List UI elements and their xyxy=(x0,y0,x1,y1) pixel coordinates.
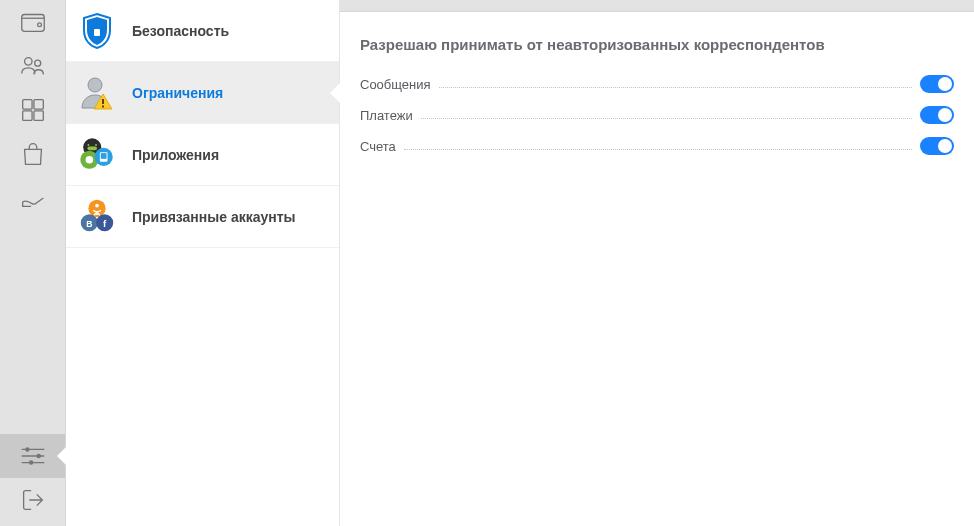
svg-point-8 xyxy=(25,447,30,452)
sidebar-item-label: Ограничения xyxy=(132,85,223,101)
sidebar-item-linked-accounts[interactable]: B f Привязанные аккаунты xyxy=(66,186,339,248)
svg-point-12 xyxy=(88,78,102,92)
shield-icon xyxy=(76,10,118,52)
svg-rect-14 xyxy=(102,105,104,107)
rail-hand[interactable] xyxy=(0,176,65,220)
rail-wallet[interactable] xyxy=(0,0,65,44)
option-row-messages: Сообщения xyxy=(360,69,954,100)
main-panel: Разрешаю принимать от неавторизованных к… xyxy=(340,0,974,526)
svg-rect-11 xyxy=(94,29,100,36)
dotted-leader xyxy=(439,87,912,88)
people-icon xyxy=(18,51,48,81)
wallet-icon xyxy=(18,7,48,37)
sliders-icon xyxy=(18,441,48,471)
svg-text:B: B xyxy=(86,218,92,228)
svg-rect-7 xyxy=(33,111,42,120)
hand-icon xyxy=(18,183,48,213)
option-row-invoices: Счета xyxy=(360,131,954,162)
sidebar-item-label: Привязанные аккаунты xyxy=(132,209,296,225)
icon-rail xyxy=(0,0,66,526)
logout-icon xyxy=(18,485,48,515)
dotted-leader xyxy=(421,118,912,119)
option-label: Счета xyxy=(360,139,396,154)
settings-sidebar: Безопасность Ограничения xyxy=(66,0,340,526)
toggle-messages[interactable] xyxy=(920,75,954,93)
svg-rect-13 xyxy=(102,99,104,104)
social-accounts-icon: B f xyxy=(76,195,118,239)
apps-icon xyxy=(76,133,118,177)
svg-point-1 xyxy=(37,23,41,27)
sidebar-item-security[interactable]: Безопасность xyxy=(66,0,339,62)
svg-rect-5 xyxy=(33,100,42,109)
main-header-strip xyxy=(340,0,974,12)
svg-point-10 xyxy=(28,460,33,465)
toggle-payments[interactable] xyxy=(920,106,954,124)
dotted-leader xyxy=(404,149,912,150)
sidebar-item-apps[interactable]: Приложения xyxy=(66,124,339,186)
svg-point-3 xyxy=(34,60,40,66)
svg-rect-20 xyxy=(87,146,97,150)
sidebar-item-label: Безопасность xyxy=(132,23,229,39)
svg-point-9 xyxy=(36,454,41,459)
person-warning-icon xyxy=(76,72,118,114)
sidebar-item-restrictions[interactable]: Ограничения xyxy=(66,62,339,124)
shopping-bag-icon xyxy=(18,139,48,169)
svg-point-19 xyxy=(95,144,97,146)
svg-point-26 xyxy=(95,203,99,207)
toggle-invoices[interactable] xyxy=(920,137,954,155)
svg-point-2 xyxy=(24,58,32,66)
sidebar-item-label: Приложения xyxy=(132,147,219,163)
option-label: Сообщения xyxy=(360,77,431,92)
rail-people[interactable] xyxy=(0,44,65,88)
rail-grid[interactable] xyxy=(0,88,65,132)
section-title: Разрешаю принимать от неавторизованных к… xyxy=(360,36,954,53)
svg-rect-4 xyxy=(22,100,31,109)
rail-logout[interactable] xyxy=(0,478,65,522)
option-label: Платежи xyxy=(360,108,413,123)
option-row-payments: Платежи xyxy=(360,100,954,131)
svg-rect-6 xyxy=(22,111,31,120)
grid-icon xyxy=(18,95,48,125)
svg-rect-22 xyxy=(101,153,107,159)
rail-settings[interactable] xyxy=(0,434,65,478)
svg-point-18 xyxy=(87,144,89,146)
rail-shopping[interactable] xyxy=(0,132,65,176)
